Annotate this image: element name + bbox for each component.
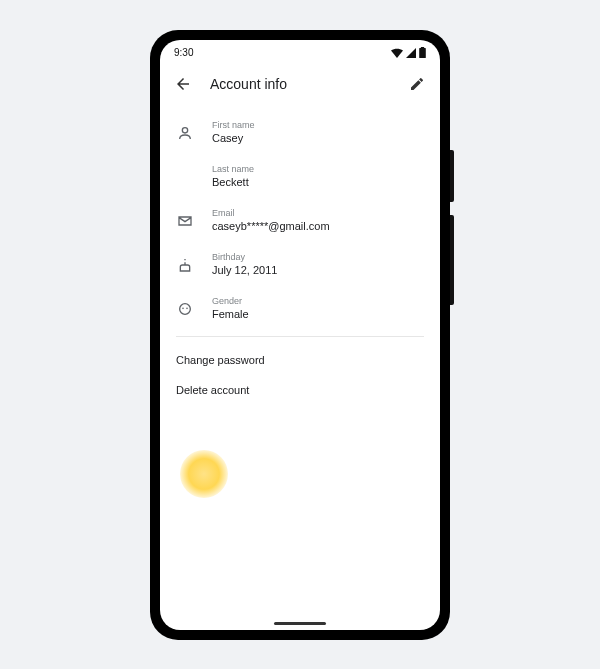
field-label: First name <box>212 120 255 130</box>
field-value: caseyb*****@gmail.com <box>212 220 330 232</box>
screen: 9:30 Account info F <box>160 40 440 630</box>
face-icon <box>176 300 194 318</box>
divider <box>176 336 424 337</box>
home-indicator <box>274 622 326 625</box>
wifi-icon <box>391 48 403 58</box>
back-button[interactable] <box>172 73 194 95</box>
back-arrow-icon <box>174 75 192 93</box>
delete-account-link[interactable]: Delete account <box>160 375 440 405</box>
field-value: Beckett <box>212 176 254 188</box>
phone-frame: 9:30 Account info F <box>150 30 450 640</box>
field-label: Gender <box>212 296 249 306</box>
cellular-icon <box>406 48 416 58</box>
edit-button[interactable] <box>406 73 428 95</box>
app-bar: Account info <box>160 62 440 106</box>
content: First name Casey Last name Beckett Email… <box>160 106 440 630</box>
status-icons <box>391 47 426 58</box>
field-label: Email <box>212 208 330 218</box>
svg-point-2 <box>186 307 188 309</box>
field-first-name[interactable]: First name Casey <box>160 110 440 154</box>
field-birthday[interactable]: Birthday July 12, 2011 <box>160 242 440 286</box>
phone-side-button <box>450 150 454 202</box>
person-icon <box>176 124 194 142</box>
field-last-name[interactable]: Last name Beckett <box>160 154 440 198</box>
cake-icon <box>176 256 194 274</box>
field-value: July 12, 2011 <box>212 264 277 276</box>
mail-icon <box>176 212 194 230</box>
pencil-icon <box>409 76 425 92</box>
page-title: Account info <box>210 76 390 92</box>
battery-icon <box>419 47 426 58</box>
status-bar: 9:30 <box>160 40 440 62</box>
field-label: Last name <box>212 164 254 174</box>
status-time: 9:30 <box>174 47 193 58</box>
change-password-link[interactable]: Change password <box>160 345 440 375</box>
svg-point-0 <box>180 303 191 314</box>
field-label: Birthday <box>212 252 277 262</box>
field-value: Casey <box>212 132 255 144</box>
field-value: Female <box>212 308 249 320</box>
field-email[interactable]: Email caseyb*****@gmail.com <box>160 198 440 242</box>
svg-point-1 <box>182 307 184 309</box>
field-gender[interactable]: Gender Female <box>160 286 440 330</box>
phone-side-button <box>450 215 454 305</box>
